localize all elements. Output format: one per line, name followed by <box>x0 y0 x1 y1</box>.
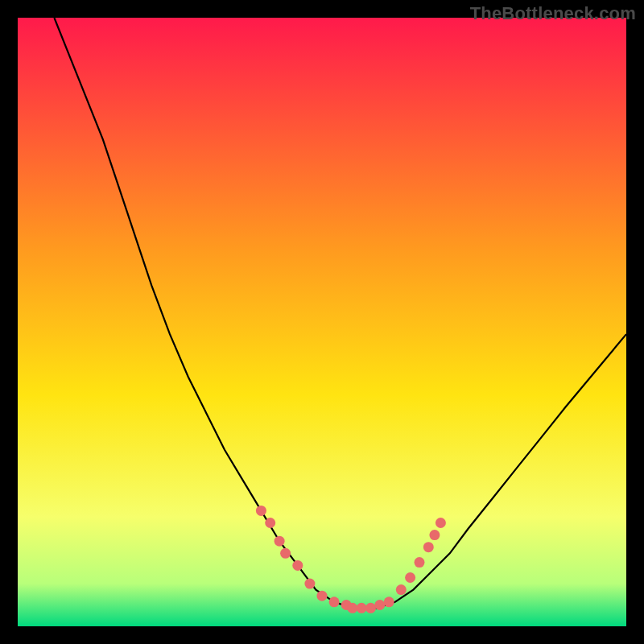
marker-dot <box>347 603 357 613</box>
marker-dot <box>396 584 407 595</box>
marker-dot <box>436 518 446 528</box>
marker-dot <box>304 579 315 589</box>
marker-dot <box>429 530 440 540</box>
marker-dot <box>275 536 285 547</box>
marker-dot <box>265 518 275 528</box>
plot-area <box>18 18 626 626</box>
gradient-background <box>18 18 626 626</box>
marker-dot <box>365 603 376 613</box>
marker-dot <box>292 560 303 571</box>
watermark-text: TheBottleneck.com <box>470 3 636 24</box>
marker-dot <box>374 600 385 610</box>
marker-dot <box>280 548 291 559</box>
marker-dot <box>415 557 425 568</box>
marker-dot <box>423 542 434 552</box>
marker-dot <box>357 603 367 613</box>
marker-dot <box>384 597 394 607</box>
marker-dot <box>317 591 328 601</box>
marker-dot <box>405 572 415 583</box>
chart-svg <box>18 18 626 626</box>
marker-dot <box>329 597 340 607</box>
marker-dot <box>256 506 266 516</box>
chart-frame: TheBottleneck.com <box>0 0 644 644</box>
